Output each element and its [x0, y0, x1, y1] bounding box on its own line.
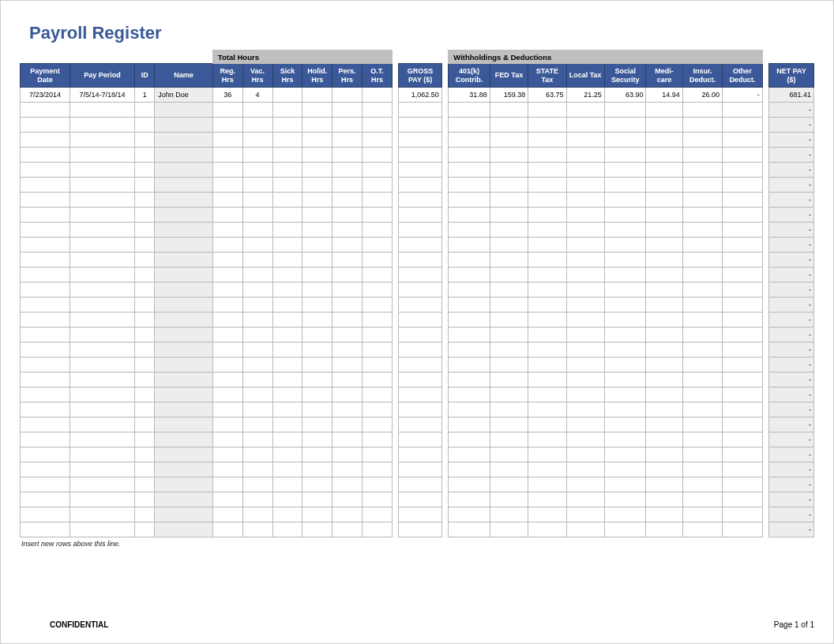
cell[interactable] [604, 238, 646, 253]
cell[interactable]: - [769, 462, 814, 477]
cell[interactable] [21, 477, 70, 492]
cell[interactable] [528, 283, 566, 298]
cell[interactable] [135, 373, 155, 388]
cell[interactable] [272, 103, 302, 118]
cell[interactable] [155, 492, 213, 507]
cell[interactable] [272, 253, 302, 268]
cell[interactable] [449, 208, 490, 223]
cell[interactable] [155, 477, 213, 492]
cell[interactable] [302, 328, 332, 343]
cell[interactable]: - [769, 133, 814, 148]
cell[interactable] [646, 178, 682, 193]
cell[interactable] [723, 313, 763, 328]
cell[interactable] [449, 522, 490, 537]
cell[interactable] [302, 208, 332, 223]
cell[interactable] [362, 447, 392, 462]
cell[interactable] [70, 118, 135, 133]
cell[interactable] [682, 432, 722, 447]
cell[interactable] [70, 208, 135, 223]
cell[interactable] [449, 373, 490, 388]
cell[interactable] [70, 492, 135, 507]
cell[interactable] [362, 178, 392, 193]
cell[interactable] [604, 477, 646, 492]
cell[interactable] [399, 358, 442, 373]
cell[interactable] [362, 313, 392, 328]
cell[interactable] [646, 522, 682, 537]
cell[interactable] [332, 103, 363, 118]
cell[interactable] [566, 417, 604, 432]
cell[interactable] [528, 358, 566, 373]
cell[interactable] [212, 477, 242, 492]
cell[interactable]: - [769, 283, 814, 298]
cell[interactable]: - [769, 298, 814, 313]
cell[interactable] [272, 193, 302, 208]
cell[interactable] [646, 373, 682, 388]
cell[interactable] [399, 477, 442, 492]
cell[interactable] [362, 432, 392, 447]
cell[interactable] [155, 388, 213, 402]
cell[interactable] [242, 388, 272, 402]
cell[interactable]: - [769, 148, 814, 163]
cell[interactable] [155, 462, 213, 477]
cell[interactable] [566, 477, 604, 492]
cell[interactable] [21, 178, 70, 193]
cell[interactable] [332, 432, 363, 447]
cell[interactable] [604, 103, 646, 118]
cell[interactable] [682, 328, 722, 343]
cell[interactable] [272, 88, 302, 103]
cell[interactable] [490, 133, 528, 148]
cell[interactable] [604, 358, 646, 373]
cell[interactable] [362, 492, 392, 507]
cell[interactable] [528, 253, 566, 268]
cell[interactable] [362, 417, 392, 432]
cell[interactable]: - [769, 313, 814, 328]
cell[interactable] [646, 133, 682, 148]
cell[interactable] [490, 208, 528, 223]
cell[interactable] [272, 492, 302, 507]
cell[interactable]: 1 [135, 88, 155, 103]
cell[interactable] [302, 238, 332, 253]
cell[interactable] [362, 507, 392, 522]
cell[interactable] [272, 373, 302, 388]
cell[interactable] [682, 103, 722, 118]
cell[interactable] [302, 223, 332, 238]
cell[interactable] [449, 283, 490, 298]
cell[interactable] [723, 432, 763, 447]
cell[interactable] [242, 417, 272, 432]
cell[interactable] [528, 238, 566, 253]
cell[interactable] [155, 208, 213, 223]
cell[interactable] [723, 193, 763, 208]
cell[interactable] [135, 178, 155, 193]
cell[interactable] [242, 328, 272, 343]
cell[interactable] [362, 253, 392, 268]
cell[interactable] [362, 343, 392, 358]
cell[interactable] [723, 417, 763, 432]
cell[interactable] [332, 507, 363, 522]
cell[interactable] [21, 268, 70, 283]
cell[interactable] [155, 447, 213, 462]
cell[interactable] [272, 298, 302, 313]
cell[interactable] [212, 223, 242, 238]
cell[interactable] [449, 133, 490, 148]
cell[interactable] [604, 417, 646, 432]
cell[interactable] [646, 417, 682, 432]
cell[interactable] [604, 388, 646, 402]
cell[interactable] [155, 522, 213, 537]
cell[interactable] [528, 417, 566, 432]
cell[interactable] [332, 402, 363, 417]
cell[interactable] [212, 507, 242, 522]
cell[interactable] [332, 298, 363, 313]
cell[interactable]: - [769, 373, 814, 388]
cell[interactable] [242, 447, 272, 462]
cell[interactable] [332, 283, 363, 298]
cell[interactable]: John Doe [155, 88, 213, 103]
cell[interactable] [272, 402, 302, 417]
cell[interactable] [212, 343, 242, 358]
cell[interactable] [449, 462, 490, 477]
cell[interactable] [242, 268, 272, 283]
cell[interactable] [272, 388, 302, 402]
cell[interactable] [449, 118, 490, 133]
cell[interactable]: 159.38 [490, 88, 528, 103]
cell[interactable] [528, 477, 566, 492]
cell[interactable] [399, 388, 442, 402]
